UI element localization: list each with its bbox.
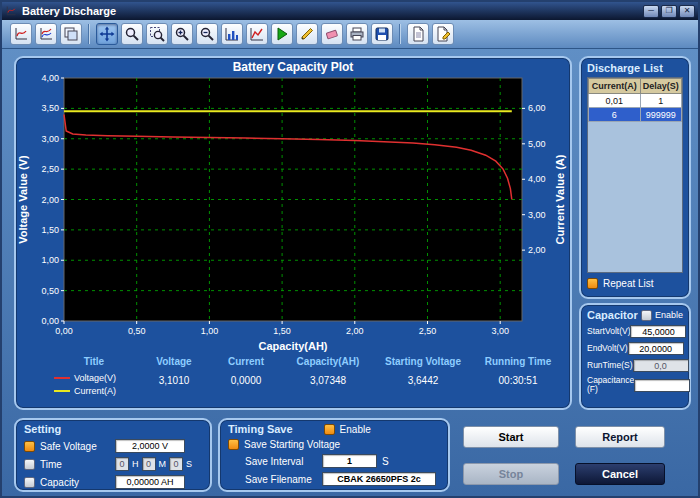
- repeat-list-checkbox[interactable]: [587, 278, 598, 289]
- zoom-in-icon: [174, 26, 190, 42]
- svg-text:1,00: 1,00: [41, 255, 59, 265]
- table-cell[interactable]: 0,01: [589, 94, 641, 108]
- stat-value: 3,07348: [310, 375, 346, 386]
- discharge-list-title: Discharge List: [587, 62, 683, 74]
- zoom-icon[interactable]: [121, 23, 143, 45]
- chart-red-icon[interactable]: [246, 23, 268, 45]
- runtime-field[interactable]: [633, 359, 689, 372]
- close-button[interactable]: ✕: [679, 5, 695, 18]
- capacitor-panel: Capacitor Enable StartVolt(V)EndVolt(V)R…: [579, 303, 691, 410]
- startvolt-field[interactable]: [630, 325, 686, 338]
- chart-red-icon: [249, 26, 265, 42]
- edit-icon: [299, 26, 315, 42]
- field-label: RunTime(S): [587, 361, 633, 370]
- svg-text:2,00: 2,00: [528, 245, 546, 255]
- run-icon[interactable]: [271, 23, 293, 45]
- svg-text:2,00: 2,00: [346, 326, 364, 336]
- timing-save-title: Timing Save: [228, 423, 293, 435]
- print-icon[interactable]: [346, 23, 368, 45]
- erase-icon[interactable]: [321, 23, 343, 45]
- curve-single-icon[interactable]: [10, 23, 32, 45]
- safe-voltage-label: Safe Voltage: [40, 441, 110, 452]
- stat-header: Running Time: [485, 356, 551, 367]
- save-interval-input[interactable]: [322, 454, 377, 468]
- save-icon[interactable]: [371, 23, 393, 45]
- zoom-in-icon[interactable]: [171, 23, 193, 45]
- chart-blue-icon[interactable]: [221, 23, 243, 45]
- report-button[interactable]: Report: [575, 426, 665, 448]
- capacity-checkbox[interactable]: [24, 477, 35, 488]
- table-row[interactable]: 0,011: [589, 94, 682, 108]
- cancel-button[interactable]: Cancel: [575, 463, 665, 485]
- svg-text:1,00: 1,00: [201, 326, 219, 336]
- discharge-table-area[interactable]: Current(A)Delay(S)0,0116999999: [587, 77, 683, 273]
- svg-text:3,00: 3,00: [528, 210, 546, 220]
- edit-icon[interactable]: [296, 23, 318, 45]
- capacity-label: Capacity: [40, 477, 110, 488]
- stat-value: 0,0000: [231, 375, 262, 386]
- pan-icon: [99, 26, 115, 42]
- svg-text:5,00: 5,00: [528, 139, 546, 149]
- maximize-button[interactable]: ❐: [661, 5, 677, 18]
- doc-edit-icon[interactable]: [432, 23, 454, 45]
- timing-enable-checkbox[interactable]: [324, 424, 335, 435]
- discharge-table[interactable]: Current(A)Delay(S)0,0116999999: [588, 78, 682, 122]
- legend-item: Voltage(V): [50, 373, 116, 383]
- svg-text:0,50: 0,50: [128, 326, 146, 336]
- curve-multi-icon: [38, 26, 54, 42]
- field-label: EndVolt(V): [587, 344, 628, 353]
- safe-voltage-input[interactable]: [115, 439, 185, 453]
- titlebar: Battery Discharge ─ ❐ ✕: [2, 2, 698, 20]
- windows-overlay-icon[interactable]: [60, 23, 82, 45]
- print-icon: [349, 26, 365, 42]
- svg-text:1,50: 1,50: [41, 225, 59, 235]
- column-header: Current(A): [589, 79, 641, 94]
- legend-label: Current(A): [74, 386, 116, 396]
- report-doc-icon[interactable]: [407, 23, 429, 45]
- toolbar: [2, 20, 698, 49]
- windows-overlay-icon: [63, 26, 79, 42]
- table-cell[interactable]: 6: [589, 108, 641, 122]
- save-starting-voltage-checkbox[interactable]: [228, 439, 239, 450]
- time-hours-input[interactable]: [115, 457, 129, 471]
- battery-discharge-window: Battery Discharge ─ ❐ ✕ 4,003,503,002,50…: [0, 0, 700, 498]
- table-cell[interactable]: 1: [640, 94, 681, 108]
- time-checkbox[interactable]: [24, 459, 35, 470]
- time-label: Time: [40, 459, 110, 470]
- svg-text:0,50: 0,50: [41, 286, 59, 296]
- capacity-input[interactable]: [115, 475, 185, 489]
- pan-icon[interactable]: [96, 23, 118, 45]
- svg-text:3,00: 3,00: [41, 134, 59, 144]
- stat-header: Voltage: [156, 356, 191, 367]
- stat-value: 00:30:51: [499, 375, 538, 386]
- save-filename-label: Save Filename: [245, 474, 317, 485]
- start-button[interactable]: Start: [463, 426, 559, 448]
- svg-text:3,50: 3,50: [41, 103, 59, 113]
- save-interval-label: Save Interval: [245, 456, 317, 467]
- time-seconds-input[interactable]: [169, 457, 183, 471]
- svg-text:2,00: 2,00: [41, 195, 59, 205]
- minimize-button[interactable]: ─: [643, 5, 659, 18]
- capacitor-enable-checkbox[interactable]: [641, 310, 652, 321]
- svg-text:4,00: 4,00: [41, 73, 59, 83]
- zoom-select-icon[interactable]: [146, 23, 168, 45]
- stop-button[interactable]: Stop: [463, 463, 559, 485]
- legend-swatch: [54, 390, 70, 392]
- save-interval-unit-label: S: [382, 456, 389, 467]
- svg-text:1,50: 1,50: [273, 326, 291, 336]
- table-row[interactable]: 6999999: [589, 108, 682, 122]
- zoom-out-icon[interactable]: [196, 23, 218, 45]
- safe-voltage-checkbox[interactable]: [24, 441, 35, 452]
- svg-text:Current Value (A): Current Value (A): [554, 154, 566, 244]
- curve-multi-icon[interactable]: [35, 23, 57, 45]
- zoom-out-icon: [199, 26, 215, 42]
- capacitance-field[interactable]: [634, 379, 690, 392]
- save-filename-input[interactable]: [322, 472, 436, 486]
- endvolt-field[interactable]: [628, 342, 684, 355]
- stat-header: Current: [228, 356, 264, 367]
- table-cell[interactable]: 999999: [640, 108, 681, 122]
- save-icon: [374, 26, 390, 42]
- time-minutes-input[interactable]: [142, 457, 156, 471]
- stat-header: Starting Voltage: [385, 356, 461, 367]
- timing-save-panel: Timing Save Enable Save Starting Voltage…: [218, 418, 450, 492]
